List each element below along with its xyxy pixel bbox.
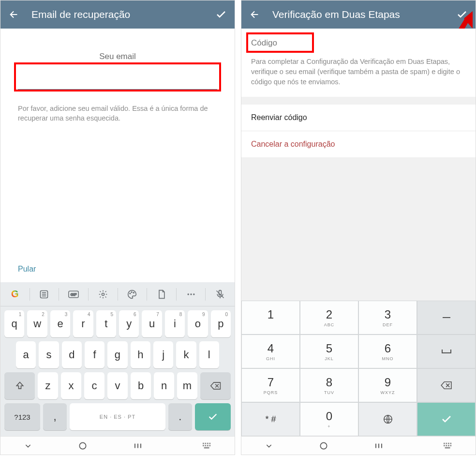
key-z[interactable]: z <box>38 372 58 399</box>
svg-rect-33 <box>450 445 452 446</box>
cancel-setup[interactable]: Cancelar a configuração <box>241 131 476 157</box>
key-d[interactable]: d <box>62 341 82 368</box>
key-e[interactable]: e3 <box>50 310 70 337</box>
num-5[interactable]: 5JKL <box>300 334 358 368</box>
key-o[interactable]: o9 <box>188 310 208 337</box>
key-h[interactable]: h <box>131 341 150 368</box>
backspace-key[interactable] <box>200 372 231 399</box>
topbar-right: Verificação em Duas Etapas <box>241 0 476 29</box>
num-8[interactable]: 8TUV <box>300 368 358 402</box>
key-v[interactable]: v <box>107 372 128 399</box>
num-9[interactable]: 9WXYZ <box>358 368 417 402</box>
svg-rect-32 <box>448 445 449 446</box>
numpad-enter[interactable] <box>417 402 476 436</box>
gif-icon[interactable]: GIF <box>59 290 88 299</box>
key-r[interactable]: r4 <box>73 310 93 337</box>
svg-rect-17 <box>205 445 207 446</box>
svg-rect-31 <box>446 445 447 446</box>
numpad-backspace[interactable] <box>417 368 476 402</box>
numpad-symbols[interactable]: * # <box>241 402 300 436</box>
check-icon <box>215 9 227 20</box>
numswitch-key[interactable]: ?123 <box>4 403 40 430</box>
num-2[interactable]: 2ABC <box>300 301 358 334</box>
num-7[interactable]: 7PQRS <box>241 368 300 402</box>
key-b[interactable]: b <box>131 372 151 399</box>
note-icon[interactable] <box>147 289 176 299</box>
back-button[interactable] <box>248 9 262 20</box>
nav-home[interactable] <box>314 441 333 451</box>
skip-link[interactable]: Pular <box>18 265 235 274</box>
key-u[interactable]: u7 <box>142 310 162 337</box>
num-0[interactable]: 0+ <box>300 402 358 436</box>
svg-rect-16 <box>203 445 204 446</box>
palette-icon[interactable] <box>118 289 147 299</box>
nav-recent[interactable] <box>369 442 388 449</box>
space-key[interactable]: EN · ES · PT <box>70 403 165 430</box>
list-icon[interactable] <box>30 289 59 299</box>
kb-toolbar: G GIF <box>0 282 235 306</box>
confirm-button[interactable] <box>214 9 228 20</box>
numpad-space[interactable] <box>417 334 476 368</box>
keyboard-qwerty: G GIF <box>0 282 235 436</box>
nav-keyboard[interactable] <box>197 442 217 449</box>
num-1[interactable]: 1 <box>241 301 300 334</box>
key-q[interactable]: q1 <box>4 310 24 337</box>
settings-icon[interactable] <box>89 289 118 299</box>
key-m[interactable]: m <box>177 372 197 399</box>
phone-left: Email de recuperação Seu email Por favor… <box>0 0 235 455</box>
mic-icon[interactable] <box>206 289 235 300</box>
key-a[interactable]: a <box>16 341 36 368</box>
page-title: Email de recuperação <box>21 9 214 20</box>
svg-rect-26 <box>444 442 445 444</box>
svg-point-6 <box>134 292 134 293</box>
svg-rect-13 <box>205 442 207 444</box>
key-p[interactable]: p0 <box>211 310 231 337</box>
arrow-left-icon <box>9 9 19 20</box>
confirm-button[interactable] <box>455 9 469 20</box>
enter-key[interactable] <box>195 403 231 430</box>
email-input[interactable] <box>18 73 217 90</box>
arrow-left-icon <box>250 9 260 20</box>
key-s[interactable]: s <box>39 341 59 368</box>
dot-key[interactable]: . <box>168 403 192 430</box>
nav-home[interactable] <box>73 441 92 451</box>
kb-rows: q1w2e3r4t5y6u7i8o9p0 asdfghjkl zxcvbnm ?… <box>0 306 235 436</box>
back-button[interactable] <box>7 9 21 20</box>
navbar-right <box>241 436 476 455</box>
svg-rect-23 <box>443 317 450 318</box>
resend-code[interactable]: Reenviar código <box>241 105 476 131</box>
svg-rect-29 <box>450 442 452 444</box>
nav-recent[interactable] <box>128 442 148 449</box>
num-4[interactable]: 4GHI <box>241 334 300 368</box>
key-i[interactable]: i8 <box>165 310 185 337</box>
code-input[interactable] <box>251 38 466 48</box>
nav-keyboard[interactable] <box>438 442 458 449</box>
google-icon[interactable]: G <box>0 289 30 300</box>
phone-right: Verificação em Duas Etapas Para completa… <box>241 0 476 455</box>
key-l[interactable]: l <box>199 341 219 368</box>
key-w[interactable]: w2 <box>27 310 47 337</box>
key-c[interactable]: c <box>84 372 104 399</box>
nav-down[interactable] <box>259 442 279 450</box>
num-6[interactable]: 6MNO <box>358 334 417 368</box>
nav-down[interactable] <box>18 442 38 450</box>
svg-point-8 <box>190 293 192 295</box>
key-f[interactable]: f <box>85 341 104 368</box>
key-g[interactable]: g <box>107 341 127 368</box>
key-x[interactable]: x <box>61 372 81 399</box>
key-j[interactable]: j <box>153 341 173 368</box>
svg-point-11 <box>80 442 86 449</box>
helper-text: Por favor, adicione seu email válido. Es… <box>18 104 217 123</box>
svg-rect-28 <box>448 442 449 444</box>
svg-rect-27 <box>446 442 447 444</box>
comma-key[interactable]: , <box>43 403 67 430</box>
key-y[interactable]: y6 <box>119 310 139 337</box>
key-t[interactable]: t5 <box>96 310 116 337</box>
shift-key[interactable] <box>4 372 35 399</box>
num-3[interactable]: 3DEF <box>358 301 417 334</box>
key-n[interactable]: n <box>154 372 174 399</box>
numpad-dash[interactable] <box>417 301 476 334</box>
key-k[interactable]: k <box>176 341 196 368</box>
numpad-lang[interactable] <box>358 402 417 436</box>
more-icon[interactable] <box>177 289 206 299</box>
